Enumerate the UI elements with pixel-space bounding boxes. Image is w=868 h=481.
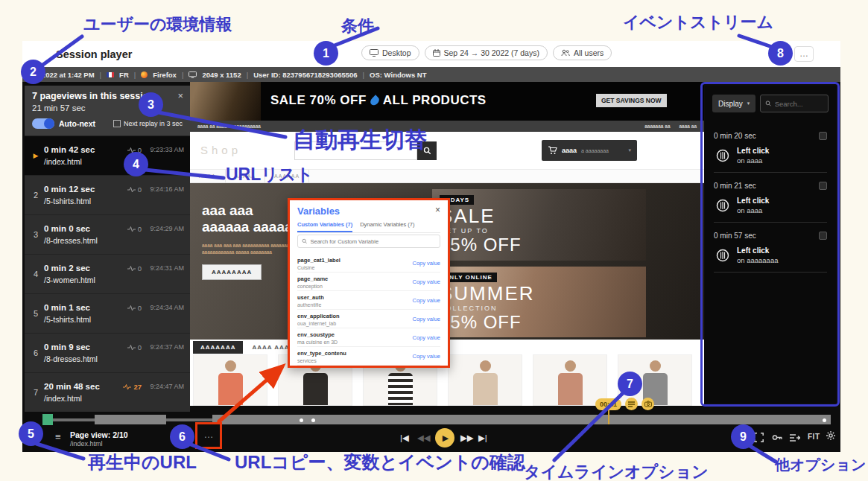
pageview-duration: 0 min 9 sec	[44, 343, 127, 351]
pageview-row[interactable]: 6 0 min 9 sec 0 9:24:37 AM /8-dresses.ht…	[25, 333, 190, 372]
copy-value-link[interactable]: Copy value	[412, 297, 440, 304]
product-image[interactable]	[533, 354, 607, 406]
site-cart-widget[interactable]: aaaa a aaaaaaaa ▾	[542, 140, 637, 161]
pageview-url: /5-tshirts.html	[44, 197, 184, 206]
pageview-row[interactable]: ▶ 0 min 42 sec 0 9:23:33 AM /index.html	[25, 136, 190, 175]
variable-value: Cuisine	[297, 265, 340, 270]
get-savings-button[interactable]: GET SAVINGS NOW	[596, 94, 667, 107]
pageview-row[interactable]: 2 0 min 12 sec 0 9:24:16 AM /5-tshirts.h…	[25, 175, 190, 214]
copy-value-link[interactable]: Copy value	[412, 334, 440, 341]
fast-forward-button[interactable]: ▶▶	[460, 433, 474, 443]
menu-icon[interactable]: ≡	[55, 431, 61, 442]
event-item[interactable]: 0 min 21 sec Left click on aaaa	[714, 173, 827, 223]
site-logo[interactable]: Shop	[200, 144, 241, 156]
event-checkbox[interactable]	[819, 132, 827, 140]
pageview-events-count: 0	[127, 185, 142, 194]
fit-zoom-button[interactable]: FIT	[808, 433, 820, 441]
pageview-duration: 0 min 0 sec	[44, 224, 127, 233]
activity-icon	[127, 226, 136, 232]
variable-row: env_applicationoua_internet_lab Copy val…	[297, 310, 440, 328]
event-item[interactable]: 0 min 57 sec Left click on aaaaaaaa	[714, 223, 827, 273]
pageview-row[interactable]: 4 0 min 2 sec 0 9:24:31 AM /3-women.html	[25, 254, 190, 293]
filter-daterange-chip[interactable]: Sep 24 → 30 2022 (7 days)	[425, 45, 548, 60]
display-label: Display	[718, 100, 743, 108]
tab-dynamic-variables[interactable]: Dynamic Variables (7)	[360, 221, 414, 232]
annotation-label-event-stream: イベントストリーム	[623, 11, 773, 34]
pageview-events-count: 0	[127, 264, 142, 273]
variables-popup: Variables × Custom Variables (7) Dynamic…	[288, 198, 450, 368]
filter-device-chip[interactable]: Desktop	[361, 45, 419, 60]
site-nav-signin[interactable]: aaaa aa	[679, 124, 697, 129]
copy-value-link[interactable]: Copy value	[412, 316, 440, 322]
next-replay-checkbox[interactable]	[113, 120, 121, 127]
promo-banner-sale[interactable]: 3 DAYS SALE GET UP TO 25% OFF	[432, 189, 646, 261]
timeline-note-button[interactable]	[625, 398, 638, 410]
auto-next-toggle[interactable]	[32, 118, 54, 129]
timeline-segment[interactable]	[212, 415, 831, 424]
event-list-button[interactable]	[790, 432, 800, 445]
site-menu-item[interactable]: AAAA	[190, 170, 226, 182]
promo-line3: 25% OFF	[440, 235, 522, 255]
timeline-pageview-dot	[300, 418, 303, 422]
site-nav-account[interactable]: aaaaaaa aa	[644, 124, 670, 129]
product-image[interactable]	[448, 354, 522, 406]
events-search-input[interactable]	[775, 100, 823, 108]
skip-back-button[interactable]: |◀	[400, 433, 409, 443]
pageviews-panel-header: 7 pageviews in this session 21 min 57 se…	[25, 86, 190, 114]
sale-banner-text: SALE 70% OFF ALL PRODUCTS	[270, 93, 487, 108]
pageview-events-count: 27	[123, 383, 142, 391]
close-icon[interactable]: ×	[435, 205, 440, 215]
settings-button[interactable]	[826, 430, 836, 444]
copy-value-link[interactable]: Copy value	[412, 260, 440, 267]
pageview-url: /index.html	[44, 394, 184, 403]
rewind-button[interactable]: ◀◀	[417, 433, 431, 443]
event-target: on aaaaaaaa	[737, 256, 778, 264]
display-dropdown[interactable]: Display ▾	[712, 95, 755, 112]
product-tab-active[interactable]: AAAAAAA	[193, 341, 243, 354]
session-browser: Firefox	[153, 71, 177, 79]
variables-search-input[interactable]	[310, 238, 436, 245]
variable-value: conception	[297, 284, 328, 289]
variables-tabs: Custom Variables (7) Dynamic Variables (…	[297, 221, 440, 233]
separator: |	[182, 71, 183, 79]
timeline-segment[interactable]	[95, 415, 166, 424]
pageview-row[interactable]: 3 0 min 0 sec 0 9:24:29 AM /8-dresses.ht…	[25, 214, 190, 254]
filter-users-label: All users	[574, 48, 604, 57]
timeline-snapshot-button[interactable]	[642, 398, 654, 410]
event-item[interactable]: 0 min 20 sec Left click on aaaa	[714, 123, 827, 173]
pageview-time: 9:23:33 AM	[145, 146, 184, 153]
pageview-row[interactable]: 7 20 min 48 sec 27 9:24:47 AM /index.htm…	[25, 372, 190, 412]
cart-icon	[548, 146, 557, 155]
event-checkbox[interactable]	[819, 182, 827, 190]
play-button[interactable]: ▶	[435, 428, 454, 447]
key-button[interactable]	[772, 432, 782, 445]
pageview-events-count: 0	[127, 225, 142, 233]
pageview-events-count: 0	[127, 343, 142, 351]
annotation-circle-5: 5	[19, 421, 43, 446]
fullscreen-button[interactable]	[754, 432, 764, 445]
site-sale-banner[interactable]: SALE 70% OFF ALL PRODUCTS GET SAVINGS NO…	[190, 82, 704, 121]
promo-line3: 45% OFF	[440, 312, 522, 333]
variable-value: ma cuisine en 3D	[297, 340, 338, 345]
event-checkbox[interactable]	[819, 232, 827, 240]
hero-button[interactable]: AAAAAAAA	[202, 264, 262, 280]
product-image[interactable]	[193, 354, 267, 406]
pageview-time: 9:24:29 AM	[145, 225, 184, 232]
timeline-marker-time-badge[interactable]: 00:41	[595, 398, 621, 410]
timeline-playhead[interactable]	[42, 414, 53, 425]
copy-value-link[interactable]: Copy value	[412, 353, 440, 360]
site-nav-left[interactable]: aaaa aa aaaa aaaaaaaaaaaa	[197, 124, 261, 129]
copy-value-link[interactable]: Copy value	[412, 278, 440, 285]
pageview-row[interactable]: 5 0 min 1 sec 0 9:24:34 AM /5-tshirts.ht…	[25, 293, 190, 333]
filter-users-chip[interactable]: All users	[553, 45, 612, 60]
close-icon[interactable]: ×	[177, 90, 183, 101]
promo-banner-summer[interactable]: ONLY ONLINE SUMMER COLLECTION 45% OFF	[432, 267, 646, 337]
header-more-button[interactable]: …	[794, 46, 814, 62]
skip-end-button[interactable]: ▶|	[478, 433, 487, 443]
event-time: 0 min 20 sec	[714, 132, 756, 140]
url-options-button[interactable]: …	[198, 425, 219, 446]
activity-icon	[127, 305, 136, 311]
tab-custom-variables[interactable]: Custom Variables (7)	[297, 221, 352, 232]
promo-line1: SUMMER	[440, 282, 535, 305]
annotation-label-other-options: 他オプション	[775, 455, 866, 475]
